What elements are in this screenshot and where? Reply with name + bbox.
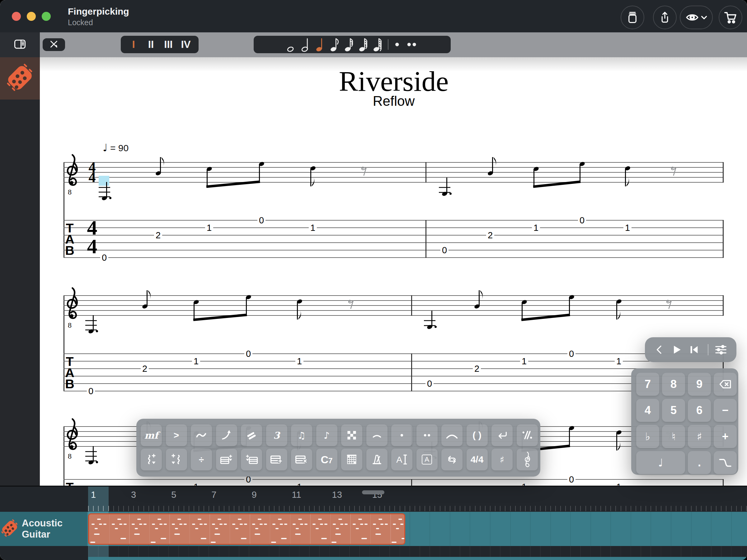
palette-key-signature-button[interactable]: ♯ <box>491 449 513 471</box>
tab-fret-number[interactable]: 2 <box>486 231 494 240</box>
key-tie[interactable] <box>714 451 737 474</box>
key-9[interactable]: 9 <box>688 373 711 396</box>
midi-clip-acoustic-guitar[interactable] <box>88 513 405 545</box>
palette-simile-repeat-button[interactable] <box>517 424 538 446</box>
palette-slide-button[interactable] <box>241 424 262 446</box>
ruler-bar-number[interactable]: 13 <box>332 490 342 500</box>
key-8[interactable]: 8 <box>662 373 685 396</box>
tab-fret-number[interactable]: 2 <box>154 231 162 240</box>
palette-remove-beat-button[interactable] <box>241 449 262 471</box>
ruler-bar-number[interactable]: 5 <box>171 490 176 500</box>
key-dot[interactable]: . <box>688 451 711 474</box>
tab-fret-number[interactable]: 0 <box>578 216 586 225</box>
selected-beat-highlight[interactable] <box>99 176 109 186</box>
key-minus[interactable]: − <box>714 399 737 422</box>
palette-slur-button[interactable] <box>366 424 387 446</box>
tab-fret-number[interactable]: 1 <box>623 223 632 232</box>
half-note-button[interactable] <box>300 36 314 53</box>
thirtysecond-note-button[interactable] <box>357 36 371 53</box>
key-flat[interactable]: ♭ <box>636 425 659 448</box>
tab-fret-number[interactable]: 2 <box>141 364 149 373</box>
palette-chord-button[interactable]: C7 <box>316 449 337 471</box>
minimize-window-button[interactable] <box>27 12 36 21</box>
palette-accent-button[interactable]: > <box>166 424 187 446</box>
palette-repeat-loop-button[interactable] <box>441 449 463 471</box>
edit-mode-button[interactable] <box>43 38 65 51</box>
tab-fret-number[interactable]: 0 <box>244 349 252 358</box>
key-5[interactable]: 5 <box>662 399 685 422</box>
tab-fret-number[interactable]: 1 <box>615 356 623 366</box>
palette-dead-note-button[interactable] <box>341 424 362 446</box>
palette-text-edit-button[interactable]: A <box>391 449 412 471</box>
voice-iv-button[interactable]: IV <box>177 38 195 50</box>
key-sharp[interactable]: ♯ <box>688 425 711 448</box>
tab-fret-number[interactable]: 0 <box>257 216 265 225</box>
rewind-button[interactable] <box>686 342 702 357</box>
tab-fret-number[interactable]: 0 <box>87 386 95 396</box>
ruler-bar-number[interactable]: 7 <box>211 490 216 500</box>
tab-fret-number[interactable]: 1 <box>295 356 304 366</box>
sidebar-toggle-button[interactable] <box>14 38 26 51</box>
ruler-bar-number[interactable]: 9 <box>252 490 256 500</box>
print-button[interactable] <box>621 6 644 29</box>
voice-ii-button[interactable]: II <box>142 38 160 50</box>
voice-i-button[interactable]: I <box>125 38 142 50</box>
palette-tuplet-button[interactable]: 3 <box>266 424 287 446</box>
palette-insert-measure-button[interactable] <box>266 449 287 471</box>
palette-beamed-notes-button[interactable]: ♫ <box>291 424 312 446</box>
palette-line-break-button[interactable] <box>491 424 513 446</box>
voice-iii-button[interactable]: III <box>160 38 177 50</box>
play-button[interactable] <box>669 342 685 357</box>
tab-fret-number[interactable]: 1 <box>520 356 528 366</box>
ruler-bar-number[interactable]: 3 <box>131 490 136 500</box>
palette-grace-note-button[interactable]: ♪ <box>316 424 337 446</box>
ruler-bar-number[interactable]: 11 <box>292 490 301 500</box>
previous-button[interactable] <box>651 342 667 357</box>
zoom-window-button[interactable] <box>42 12 51 21</box>
palette-clef-button[interactable] <box>517 449 538 471</box>
quarter-note-button[interactable] <box>314 36 328 53</box>
palette-arpeggio-up-button[interactable] <box>166 449 187 471</box>
sixteenth-note-button[interactable] <box>342 36 357 53</box>
palette-arpeggio-down-button[interactable] <box>141 449 162 471</box>
track-header-acoustic-guitar[interactable]: Acoustic Guitar <box>0 512 87 546</box>
key-natural[interactable]: ♮ <box>662 425 685 448</box>
eighth-note-button[interactable] <box>328 36 342 53</box>
key-7[interactable]: 7 <box>636 373 659 396</box>
tab-fret-number[interactable]: 1 <box>309 223 317 232</box>
share-button[interactable] <box>653 6 677 29</box>
key-6[interactable]: 6 <box>688 399 711 422</box>
palette-fretboard-diagram-button[interactable] <box>341 449 362 471</box>
palette-double-staccato-button[interactable] <box>416 424 438 446</box>
key-4[interactable]: 4 <box>636 399 659 422</box>
sixtyfourth-note-button[interactable] <box>371 36 385 53</box>
tab-fret-number[interactable]: 0 <box>440 245 448 255</box>
timeline-scrollbar[interactable] <box>362 490 384 495</box>
view-options-button[interactable] <box>680 6 713 29</box>
palette-tie-button[interactable] <box>441 424 463 446</box>
key-backspace[interactable] <box>714 373 737 396</box>
mixer-button[interactable] <box>713 342 729 357</box>
palette-text-box-button[interactable]: A <box>416 449 438 471</box>
tab-fret-number[interactable]: 0 <box>567 349 575 358</box>
palette-vibrato-button[interactable] <box>191 424 212 446</box>
palette-insert-beat-button[interactable] <box>216 449 237 471</box>
palette-divide-button[interactable]: ÷ <box>191 449 212 471</box>
key-plus[interactable]: + <box>714 425 737 448</box>
palette-ghost-note-button[interactable]: ( ) <box>467 424 488 446</box>
sidebar-track-acoustic-guitar[interactable] <box>0 57 40 100</box>
palette-dynamic-mf-button[interactable]: mf <box>141 424 162 446</box>
tab-fret-number[interactable]: 0 <box>426 379 434 388</box>
tab-fret-number[interactable]: 1 <box>205 223 213 232</box>
key-note-value[interactable]: ♩ <box>636 451 685 474</box>
tab-fret-number[interactable]: 0 <box>100 253 108 262</box>
dot-button[interactable] <box>391 36 405 53</box>
tab-fret-number[interactable]: 0 <box>567 475 575 484</box>
double-dot-button[interactable] <box>405 36 419 53</box>
palette-metronome-button[interactable] <box>366 449 387 471</box>
palette-time-signature-button[interactable]: 4/4 <box>467 449 488 471</box>
tab-fret-number[interactable]: 1 <box>192 356 200 366</box>
close-window-button[interactable] <box>12 12 21 21</box>
tab-fret-number[interactable]: 2 <box>473 364 481 373</box>
store-button[interactable] <box>719 6 742 29</box>
